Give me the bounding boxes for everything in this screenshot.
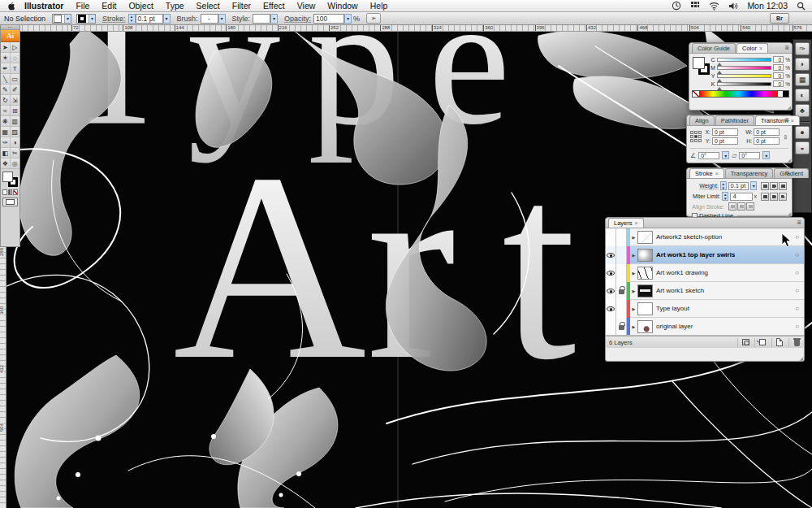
info-panel-icon[interactable]: ◒ xyxy=(795,141,810,154)
miter-stepper[interactable] xyxy=(722,192,728,201)
blend-tool[interactable]: ◑ xyxy=(11,137,20,148)
go-to-bridge-button[interactable]: Br xyxy=(770,13,789,24)
align-center-button[interactable] xyxy=(728,202,736,211)
shear-field[interactable]: 0° xyxy=(739,152,760,159)
lock-cell[interactable] xyxy=(616,318,627,336)
swatches-panel-icon[interactable]: ◗ xyxy=(795,58,810,71)
field-value[interactable]: 0 pt xyxy=(712,128,738,136)
rectangle-tool[interactable]: ▭ xyxy=(11,74,20,85)
menu-edit[interactable]: Edit xyxy=(102,1,116,11)
menu-window[interactable]: Window xyxy=(327,1,357,11)
magic-wand-tool[interactable]: ✶ xyxy=(1,53,11,63)
target-circle-icon[interactable] xyxy=(795,323,799,330)
slider-track[interactable] xyxy=(717,82,771,86)
lasso-tool[interactable]: ◌ xyxy=(11,53,20,63)
target-circle-icon[interactable] xyxy=(795,233,799,241)
symbol-sprayer-tool[interactable]: ❋ xyxy=(1,116,11,127)
weight-field[interactable]: 0.1 pt xyxy=(728,182,749,190)
layer-row[interactable]: original layer xyxy=(606,318,804,336)
symbols-panel-icon[interactable]: ▦ xyxy=(795,73,810,86)
tab-stroke-gradient[interactable]: Gradient xyxy=(774,168,809,178)
layer-name[interactable]: Art work1 top layer swirls xyxy=(656,251,735,258)
layer-thumbnail[interactable] xyxy=(637,267,653,280)
close-icon[interactable] xyxy=(759,46,762,51)
rotate-field[interactable]: 0° xyxy=(698,152,719,159)
opacity-label[interactable]: Opacity: xyxy=(284,15,311,23)
slider-value-field[interactable]: 0 xyxy=(773,64,784,71)
slider-value-field[interactable]: 0 xyxy=(773,72,784,79)
layer-thumbnail[interactable] xyxy=(637,320,653,333)
fill-color-dropdown[interactable] xyxy=(52,14,71,24)
delete-layer-button[interactable] xyxy=(788,338,801,347)
screen-mode-switch[interactable] xyxy=(2,198,18,206)
brushes-panel-icon[interactable]: ✑ xyxy=(795,42,810,55)
stroke-weight-stepper[interactable] xyxy=(128,14,136,24)
layer-thumbnail[interactable] xyxy=(637,249,653,262)
gradient-tool[interactable]: ▨ xyxy=(11,127,20,137)
slider-value-field[interactable]: 0 xyxy=(773,56,784,63)
tab-color-color[interactable]: Color xyxy=(736,43,768,53)
round-cap-button[interactable] xyxy=(770,182,778,190)
expand-arrow-icon[interactable] xyxy=(630,324,637,329)
menu-select[interactable]: Select xyxy=(197,1,220,11)
graph-tool[interactable]: ▥ xyxy=(11,116,20,127)
round-join-button[interactable] xyxy=(770,193,778,201)
panel-menu-icon[interactable] xyxy=(784,45,789,51)
stroke-weight-dropdown[interactable] xyxy=(163,14,171,24)
field-value[interactable]: 0 pt xyxy=(754,137,780,145)
none-swatch[interactable] xyxy=(693,91,700,97)
menu-illustrator[interactable]: Illustrator xyxy=(24,1,63,11)
live-paint-bucket-tool[interactable]: ◧ xyxy=(1,148,11,158)
create-new-layer-button[interactable] xyxy=(771,338,784,347)
menu-file[interactable]: File xyxy=(76,1,89,11)
menu-view[interactable]: View xyxy=(297,1,316,11)
lock-cell[interactable] xyxy=(616,264,627,282)
tab-transform-pathfinder[interactable]: Pathfinder xyxy=(715,115,754,125)
close-icon[interactable] xyxy=(635,220,638,226)
mesh-tool[interactable]: ▦ xyxy=(1,127,11,137)
layer-row[interactable]: Art work1 top layer swirls xyxy=(606,246,804,264)
create-new-sublayer-button[interactable] xyxy=(754,338,767,347)
free-transform-tool[interactable]: ⊞ xyxy=(11,106,20,116)
fill-stroke-indicator[interactable] xyxy=(1,170,19,189)
close-icon[interactable] xyxy=(791,118,794,124)
fill-proxy[interactable] xyxy=(693,57,705,69)
white-swatch[interactable] xyxy=(777,91,783,97)
visibility-cell[interactable] xyxy=(606,318,616,336)
layer-name[interactable]: original layer xyxy=(656,323,693,330)
menu-filter[interactable]: Filter xyxy=(232,1,251,11)
fill-stroke-proxy[interactable] xyxy=(691,56,710,80)
fill-box[interactable] xyxy=(2,172,13,182)
lock-cell[interactable] xyxy=(616,228,627,246)
direct-selection-tool[interactable]: ▷ xyxy=(11,42,20,53)
visibility-cell[interactable] xyxy=(606,264,616,282)
spectrum-ramp[interactable] xyxy=(700,91,777,97)
align-outside-button[interactable] xyxy=(746,202,754,211)
slider-track[interactable] xyxy=(717,58,771,62)
apple-menu[interactable] xyxy=(7,2,16,11)
slider-track[interactable] xyxy=(717,74,771,78)
expand-arrow-icon[interactable] xyxy=(630,289,637,293)
pen-tool[interactable]: ✒ xyxy=(1,63,11,74)
reference-point-widget[interactable] xyxy=(690,131,702,142)
time-machine-icon[interactable] xyxy=(672,1,681,11)
target-circle-icon[interactable] xyxy=(795,251,799,258)
spotlight-icon[interactable] xyxy=(797,1,806,11)
stroke-weight-label[interactable]: Stroke: xyxy=(102,15,126,23)
tab-transform-align[interactable]: Align xyxy=(689,115,715,125)
graphic-styles-panel-icon[interactable]: ◐ xyxy=(795,89,810,102)
lock-cell[interactable] xyxy=(616,282,627,300)
scale-tool[interactable]: ⇲ xyxy=(11,95,20,106)
menu-type[interactable]: Type xyxy=(166,1,184,11)
selection-tool[interactable]: ➤ xyxy=(1,42,11,53)
target-circle-icon[interactable] xyxy=(795,269,799,276)
gradient-button[interactable] xyxy=(8,189,13,195)
zoom-tool[interactable]: ◎ xyxy=(11,158,20,169)
color-button[interactable] xyxy=(2,189,7,195)
layer-row[interactable]: Type layout xyxy=(606,300,804,318)
layer-name[interactable]: Art work1 drawing xyxy=(656,269,708,276)
select-similar-button[interactable]: ➢ xyxy=(366,13,381,24)
layer-row[interactable]: Artwork2 sketch-option xyxy=(606,228,804,246)
layer-name[interactable]: Type layout xyxy=(656,305,689,312)
weight-dropdown[interactable] xyxy=(750,181,757,190)
